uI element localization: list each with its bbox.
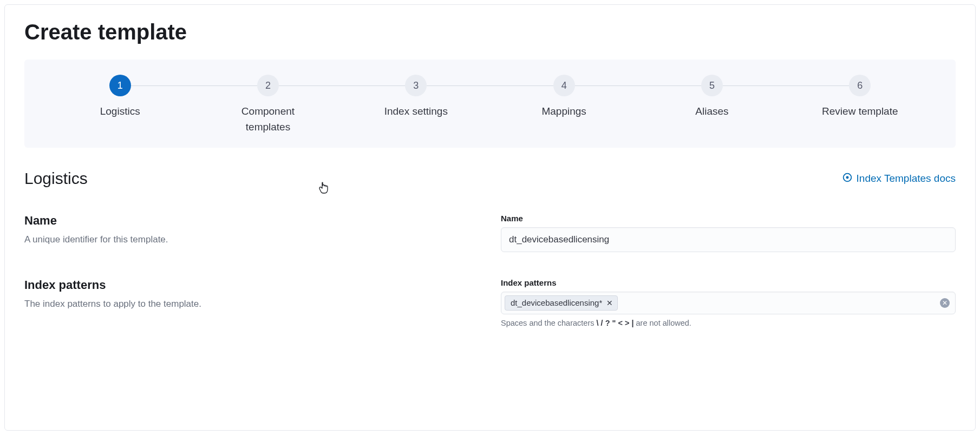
step-2[interactable]: 2Component templates [194, 75, 342, 135]
step-circle: 2 [257, 75, 279, 96]
name-input[interactable] [501, 227, 956, 252]
step-circle: 5 [701, 75, 723, 96]
step-connector [131, 85, 257, 86]
index-patterns-combo[interactable]: dt_devicebasedlicensing*✕✕ [501, 292, 956, 314]
section-header-row: Logistics Index Templates docs [24, 169, 956, 188]
step-1[interactable]: 1Logistics [46, 75, 194, 120]
clear-all-icon[interactable]: ✕ [940, 298, 950, 308]
step-label: Logistics [100, 104, 140, 120]
step-label: Aliases [695, 104, 728, 120]
form-row-right: Name [501, 214, 956, 252]
field-desc-name: A unique identifier for this template. [24, 233, 479, 246]
step-circle: 4 [553, 75, 575, 96]
step-connector [723, 85, 849, 86]
form-row-left: Name A unique identifier for this templa… [24, 214, 479, 252]
form-row-index-patterns: Index patterns The index patterns to app… [24, 278, 956, 327]
field-desc-index-patterns: The index patterns to apply to the templ… [24, 298, 479, 311]
step-3[interactable]: 3Index settings [342, 75, 490, 120]
help-text-index-patterns: Spaces and the characters \ / ? " < > | … [501, 319, 956, 327]
index-pattern-pill[interactable]: dt_devicebasedlicensing*✕ [505, 295, 618, 311]
form-row-left: Index patterns The index patterns to app… [24, 278, 479, 327]
page-wrapper: Create template 1Logistics2Component tem… [4, 4, 976, 431]
step-6[interactable]: 6Review template [786, 75, 934, 120]
svg-point-1 [846, 176, 848, 179]
section-title: Logistics [24, 169, 88, 188]
step-label: Component templates [227, 104, 309, 135]
step-connector [575, 85, 701, 86]
step-circle: 3 [405, 75, 427, 96]
form-row-right: Index patterns dt_devicebasedlicensing*✕… [501, 278, 956, 327]
stepper: 1Logistics2Component templates3Index set… [24, 60, 956, 148]
step-circle: 6 [849, 75, 871, 96]
step-4[interactable]: 4Mappings [490, 75, 638, 120]
field-label-name: Name [501, 214, 956, 223]
field-heading-index-patterns: Index patterns [24, 278, 479, 292]
close-icon[interactable]: ✕ [606, 299, 613, 307]
step-connector [427, 85, 553, 86]
field-heading-name: Name [24, 214, 479, 228]
form-row-name: Name A unique identifier for this templa… [24, 214, 956, 252]
step-circle: 1 [109, 75, 131, 96]
page-title: Create template [24, 20, 956, 44]
step-label: Review template [822, 104, 898, 120]
field-label-index-patterns: Index patterns [501, 278, 956, 287]
step-connector [279, 85, 405, 86]
step-label: Mappings [541, 104, 586, 120]
docs-link[interactable]: Index Templates docs [842, 173, 956, 185]
step-5[interactable]: 5Aliases [638, 75, 786, 120]
docs-link-label: Index Templates docs [857, 173, 956, 184]
step-label: Index settings [384, 104, 448, 120]
help-icon [842, 173, 852, 185]
pill-text: dt_devicebasedlicensing* [511, 298, 602, 307]
